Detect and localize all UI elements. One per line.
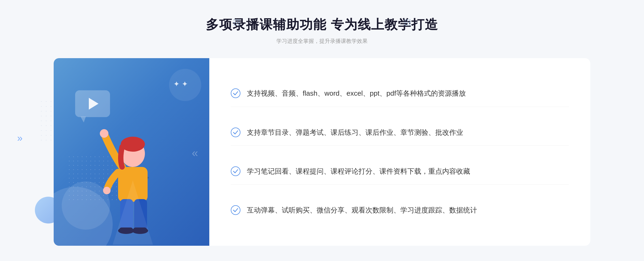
- chevrons-decoration: «: [192, 147, 196, 159]
- dec-dot: [409, 24, 411, 25]
- feature-text-1: 支持视频、音频、flash、word、excel、ppt、pdf等各种格式的资源…: [247, 88, 466, 99]
- page-wrapper: »: [0, 0, 644, 246]
- header-section: 多项录播课辅助功能 专为线上教学打造 学习进度全掌握，提升录播课教学效果: [0, 0, 644, 53]
- svg-point-13: [231, 128, 240, 137]
- dec-dot: [409, 22, 411, 23]
- dec-dot: [404, 24, 406, 25]
- feature-item-3: 学习笔记回看、课程提问、课程评论打分、课件资料下载，重点内容收藏: [231, 158, 569, 185]
- svg-point-14: [231, 167, 240, 176]
- svg-point-15: [231, 206, 240, 215]
- dec-dot: [233, 22, 235, 23]
- dec-dot: [409, 19, 411, 21]
- dec-dot: [238, 24, 240, 25]
- feature-text-2: 支持章节目录、弹题考试、课后练习、课后作业、章节测验、批改作业: [247, 127, 463, 138]
- illustration-card: ✦ ✦ «: [54, 58, 209, 246]
- header-deco-left: [233, 19, 240, 25]
- arrow-left-decoration: »: [17, 133, 23, 144]
- content-area: ✦ ✦ «: [0, 58, 644, 246]
- feature-item-4: 互动弹幕、试听购买、微信分享、观看次数限制、学习进度跟踪、数据统计: [231, 197, 569, 223]
- person-figure: [80, 105, 182, 246]
- sub-title: 学习进度全掌握，提升录播课教学效果: [0, 38, 644, 45]
- svg-point-4: [121, 137, 145, 152]
- main-title: 多项录播课辅助功能 专为线上教学打造: [0, 16, 644, 33]
- dec-dot: [236, 19, 237, 21]
- check-icon-4: [231, 205, 240, 215]
- dec-dot: [236, 22, 237, 23]
- sparkle-decoration: ✦ ✦: [173, 80, 188, 88]
- feature-item-1: 支持视频、音频、flash、word、excel、ppt、pdf等各种格式的资源…: [231, 80, 569, 107]
- dec-dot: [407, 24, 408, 25]
- header-deco-right: [404, 19, 411, 25]
- check-icon-3: [231, 166, 240, 176]
- dec-dot: [236, 24, 237, 25]
- dec-dot: [407, 22, 408, 23]
- dec-dot: [404, 19, 406, 21]
- dec-dot: [238, 19, 240, 21]
- dec-dot: [238, 22, 240, 23]
- features-card: 支持视频、音频、flash、word、excel、ppt、pdf等各种格式的资源…: [209, 58, 590, 246]
- feature-text-3: 学习笔记回看、课程提问、课程评论打分、课件资料下载，重点内容收藏: [247, 166, 470, 177]
- dec-dot: [233, 19, 235, 21]
- check-icon-2: [231, 128, 240, 137]
- dec-dot: [404, 22, 406, 23]
- check-icon-1: [231, 88, 240, 98]
- feature-text-4: 互动弹幕、试听购买、微信分享、观看次数限制、学习进度跟踪、数据统计: [247, 205, 477, 216]
- dec-dot: [407, 19, 408, 21]
- svg-point-12: [231, 89, 240, 98]
- feature-item-2: 支持章节目录、弹题考试、课后练习、课后作业、章节测验、批改作业: [231, 120, 569, 146]
- svg-point-1: [100, 129, 108, 138]
- dec-dot: [233, 24, 235, 25]
- svg-point-5: [103, 187, 111, 194]
